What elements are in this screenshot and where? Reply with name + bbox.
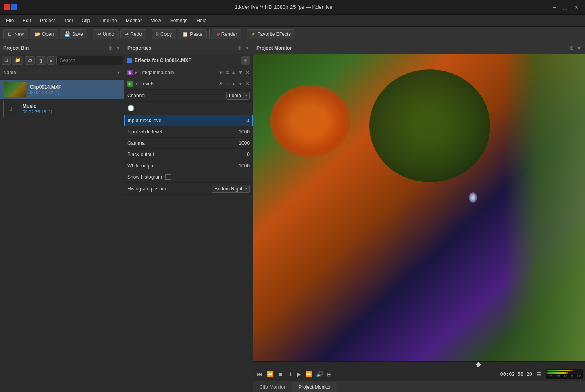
param-value-input-black[interactable]	[227, 118, 249, 123]
save-button[interactable]: 💾 Save	[60, 29, 87, 39]
save-label: Save	[72, 31, 83, 37]
levels-menu-icon[interactable]: ≡	[226, 81, 229, 87]
redo-label: Redo	[130, 31, 142, 37]
properties-title: Properties	[127, 45, 151, 51]
param-value-black-output[interactable]	[227, 152, 250, 157]
menu-edit[interactable]: Edit	[19, 16, 35, 25]
project-bin-close-icon[interactable]: ✕	[115, 44, 121, 52]
video-frame	[253, 54, 585, 361]
tab-project-monitor[interactable]: Project Monitor	[292, 382, 337, 392]
monitor-zoom-button[interactable]: ⊞	[326, 370, 333, 379]
menu-tool[interactable]: Tool	[60, 16, 77, 25]
search-input[interactable]	[56, 56, 123, 65]
menu-project[interactable]: Project	[36, 16, 59, 25]
monitor-close-icon[interactable]: ✕	[576, 44, 582, 52]
meter-fill-right	[547, 372, 568, 374]
video-decoration-right	[504, 54, 585, 361]
lgg-expand-arrow: ▶	[135, 70, 138, 75]
effect-row-levels[interactable]: L ▼ Levels 👁 ≡ ▲ ▼ ✕	[124, 78, 253, 90]
menu-file[interactable]: File	[2, 16, 18, 25]
bin-view-button[interactable]: ⊞	[2, 56, 11, 65]
show-histogram-checkbox[interactable]	[165, 174, 171, 180]
video-decoration-leaf	[369, 69, 490, 182]
project-bin-panel: Project Bin ⊕ ✕ ⊞ 📁 🏷 🗑 ≡ Name ▾	[0, 42, 124, 392]
monitor-pin-icon[interactable]: ⊕	[569, 44, 575, 52]
menu-help[interactable]: Help	[192, 16, 210, 25]
monitor-play-button[interactable]: ▶	[296, 370, 302, 379]
properties-panel: Properties ⊕ ✕ Effects for Clip0014.MXF …	[124, 42, 253, 392]
favorite-effects-button[interactable]: ★ Favorite Effects	[247, 29, 295, 39]
properties-close-icon[interactable]: ✕	[244, 44, 250, 52]
channel-select[interactable]: Luma Red Green Blue All	[226, 92, 250, 100]
meter-label-2: -2.0	[575, 375, 581, 378]
minimize-button[interactable]: −	[551, 3, 558, 11]
bin-folder-button[interactable]: 📁	[12, 56, 23, 65]
redo-icon: ↪	[125, 31, 129, 37]
menu-settings[interactable]: Settings	[166, 16, 192, 25]
param-value-input-white[interactable]	[227, 129, 250, 135]
lgg-menu-icon[interactable]: ≡	[226, 70, 229, 75]
menu-view[interactable]: View	[147, 16, 165, 25]
open-button[interactable]: 📂 Open	[30, 29, 58, 39]
effects-header: Effects for Clip0014.MXF ⊞	[124, 54, 253, 67]
bin-sort-icon[interactable]: ▾	[117, 69, 121, 76]
clip-thumbnail	[3, 81, 27, 98]
histogram-position-select[interactable]: Bottom Right Bottom Left Top Right Top L…	[212, 185, 250, 193]
properties-pin-icon[interactable]: ⊕	[237, 44, 242, 52]
monitor-menu-button[interactable]: ☰	[535, 370, 543, 379]
monitor-step-back-button[interactable]: ⏪	[265, 370, 275, 379]
monitor-volume-button[interactable]: 🔊	[315, 370, 324, 379]
tab-clip-monitor[interactable]: Clip Monitor	[253, 382, 292, 392]
menu-monitor[interactable]: Monitor	[122, 16, 146, 25]
copy-button[interactable]: ⎘ Copy	[152, 29, 176, 39]
close-button[interactable]: ✕	[572, 3, 581, 11]
bin-item-clip0014[interactable]: Clip0014.MXF 00:01:24:12 [1]	[0, 80, 124, 99]
new-button[interactable]: 🗋 New	[3, 29, 28, 39]
levels-down-icon[interactable]: ▼	[238, 81, 243, 87]
lgg-down-icon[interactable]: ▼	[238, 70, 243, 75]
monitor-video-area	[253, 54, 585, 361]
meter-fill-left	[547, 370, 573, 372]
monitor-skip-start-button[interactable]: ⏮	[256, 370, 264, 379]
project-bin-pin-icon[interactable]: ⊕	[108, 44, 113, 52]
levels-color-indicator: L	[127, 81, 133, 87]
monitor-pause-button[interactable]: ⏸	[286, 370, 294, 379]
levels-eye-icon[interactable]: 👁	[219, 81, 223, 87]
render-button[interactable]: Render	[212, 29, 241, 39]
paste-button[interactable]: 📋 Paste	[178, 29, 207, 39]
bin-delete-button[interactable]: 🗑	[36, 56, 46, 65]
param-value-gamma[interactable]	[227, 140, 250, 146]
monitor-stop-button[interactable]: ⏹	[276, 370, 284, 379]
lgg-color-indicator: L	[127, 70, 133, 75]
redo-button[interactable]: ↪ Redo	[120, 29, 146, 39]
meter-bar-right	[547, 372, 582, 374]
music-thumbnail: ♪	[3, 101, 19, 117]
bin-menu-button[interactable]: ≡	[47, 56, 55, 65]
meter-label-15: -15	[555, 375, 560, 378]
bin-item-music[interactable]: ♪ Music 00:02:35:18 [1]	[0, 99, 124, 119]
bin-tag-button[interactable]: 🏷	[25, 56, 35, 65]
effect-row-lgg[interactable]: L ▶ Lift/gamma/gain 👁 ≡ ▲ ▼ ✕	[124, 67, 253, 78]
lgg-eye-icon[interactable]: 👁	[219, 70, 223, 75]
param-value-white-output[interactable]	[227, 163, 250, 169]
clip-thumb-image	[4, 82, 26, 97]
open-icon: 📂	[34, 31, 40, 37]
levels-delete-icon[interactable]: ✕	[246, 81, 250, 87]
monitor-step-fwd-button[interactable]: ⏩	[304, 370, 313, 379]
lgg-up-icon[interactable]: ▲	[231, 70, 236, 75]
menu-clip[interactable]: Clip	[77, 16, 94, 25]
logo-red	[4, 4, 10, 10]
clock-icon[interactable]: 🕐	[124, 104, 253, 112]
maximize-button[interactable]: ▢	[560, 3, 570, 11]
lgg-delete-icon[interactable]: ✕	[246, 70, 250, 75]
monitor-scrubbar[interactable]	[253, 361, 585, 367]
favorite-effects-label: Favorite Effects	[257, 31, 291, 37]
effects-expand-button[interactable]: ⊞	[241, 56, 250, 65]
monitor-controls: ⏮ ⏪ ⏹ ⏸ ▶ ⏩ 🔊 ⊞ 00:02:58:20 ☰ -30 -15 -1…	[253, 367, 585, 381]
scrub-handle[interactable]	[475, 362, 481, 367]
undo-button[interactable]: ↩ Undo	[93, 29, 119, 39]
properties-header: Properties ⊕ ✕	[124, 42, 253, 54]
menu-timeline[interactable]: Timeline	[95, 16, 121, 25]
levels-up-icon[interactable]: ▲	[231, 81, 236, 87]
levels-name: Levels	[140, 81, 216, 87]
